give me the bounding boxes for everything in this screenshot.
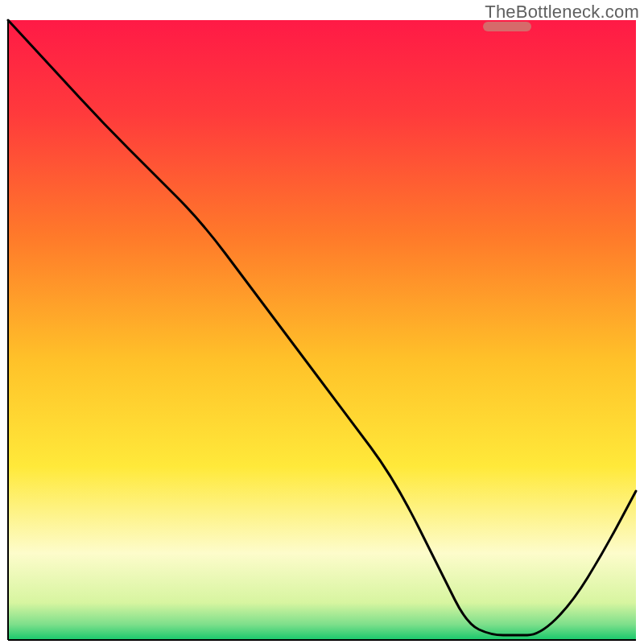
optimal-marker	[483, 22, 531, 31]
bottleneck-chart	[0, 0, 644, 644]
chart-stage: TheBottleneck.com	[0, 0, 644, 644]
site-watermark: TheBottleneck.com	[485, 2, 639, 23]
gradient-background	[8, 20, 636, 640]
